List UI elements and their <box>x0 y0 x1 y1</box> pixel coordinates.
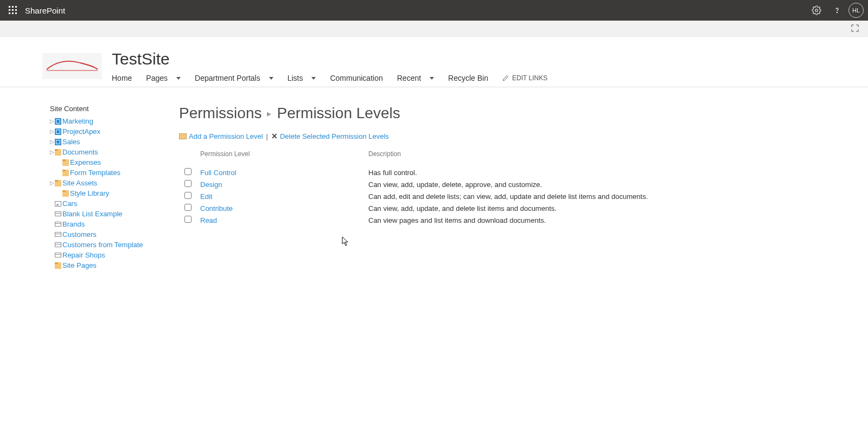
app-name[interactable]: SharePoint <box>25 6 65 15</box>
app-launcher-icon[interactable] <box>4 2 22 19</box>
list-icon <box>54 252 61 259</box>
permission-description: Can view, add, update, and delete list i… <box>364 202 722 214</box>
tree-item-link[interactable]: Customers from Template <box>62 240 143 250</box>
tree-item-link[interactable]: Brands <box>62 219 85 229</box>
settings-icon[interactable] <box>807 1 826 20</box>
nav-department-portals[interactable]: Department Portals <box>195 74 273 82</box>
library-icon <box>54 179 61 186</box>
breadcrumb-permissions[interactable]: Permissions <box>179 105 261 122</box>
permission-description: Can view, add, update, delete, approve, … <box>364 178 722 190</box>
expand-icon[interactable]: ▷ <box>50 137 54 147</box>
table-row: EditCan add, edit and delete lists; can … <box>179 190 722 202</box>
permission-levels-table: Permission Level Description Full Contro… <box>179 148 722 226</box>
permission-level-link[interactable]: Design <box>200 181 222 189</box>
tree-item: Repair Shops <box>50 250 168 260</box>
nav-pages[interactable]: Pages <box>146 74 181 82</box>
delete-icon: ✕ <box>271 132 278 140</box>
row-checkbox[interactable] <box>184 192 192 199</box>
delete-permission-levels-button[interactable]: ✕ Delete Selected Permission Levels <box>271 132 389 140</box>
nav-edit-links[interactable]: EDIT LINKS <box>502 74 547 82</box>
tree-item: Site Pages <box>50 260 168 270</box>
tree-title: Site Content <box>50 105 168 113</box>
col-header-description: Description <box>364 148 722 166</box>
svg-point-9 <box>815 9 818 12</box>
focus-content-icon[interactable] <box>851 24 859 35</box>
tree-item-link[interactable]: Documents <box>62 147 98 157</box>
table-row: DesignCan view, add, update, delete, app… <box>179 178 722 190</box>
quick-launch-tree: Site Content ▷Marketing▷ProjectApex▷Sale… <box>0 105 179 270</box>
help-icon[interactable] <box>828 1 846 20</box>
list-icon <box>54 221 61 228</box>
row-checkbox[interactable] <box>184 180 192 187</box>
tree-item: ▷Sales <box>50 137 168 147</box>
tree-item-link[interactable]: Cars <box>62 198 77 209</box>
permission-description: Can view pages and list items and downlo… <box>364 214 722 226</box>
subsite-icon <box>54 138 61 145</box>
tree-item: Blank List Example <box>50 209 168 219</box>
svg-rect-1 <box>12 6 14 8</box>
breadcrumb-current: Permission Levels <box>277 105 400 122</box>
row-checkbox[interactable] <box>184 216 192 223</box>
library-icon <box>62 169 69 176</box>
list-icon <box>54 231 61 238</box>
expand-icon[interactable]: ▷ <box>50 178 54 188</box>
tree-item: ▷ProjectApex <box>50 126 168 137</box>
svg-point-10 <box>837 12 837 12</box>
tree-item-link[interactable]: Marketing <box>62 116 93 126</box>
library-icon <box>62 159 69 166</box>
pencil-icon <box>502 75 509 81</box>
permission-level-link[interactable]: Full Control <box>200 169 236 177</box>
list-icon <box>54 210 61 217</box>
tree-item: Cars <box>50 198 168 209</box>
picture-library-icon <box>54 200 61 207</box>
permission-level-link[interactable]: Edit <box>200 192 212 201</box>
tree-item-link[interactable]: Sales <box>62 137 80 147</box>
main-content: Permissions ▸ Permission Levels Add a Pe… <box>179 105 868 270</box>
tree-item-link[interactable]: Form Templates <box>70 168 120 178</box>
permission-level-link[interactable]: Read <box>200 216 217 224</box>
add-permission-level-button[interactable]: Add a Permission Level <box>179 132 263 140</box>
tree-item: ▷Marketing <box>50 116 168 126</box>
library-icon <box>54 262 61 269</box>
table-row: ReadCan view pages and list items and do… <box>179 214 722 226</box>
nav-lists[interactable]: Lists <box>288 74 316 82</box>
row-checkbox[interactable] <box>184 168 192 175</box>
tree-item-link[interactable]: Blank List Example <box>62 209 123 219</box>
tree-item-link[interactable]: Style Library <box>70 188 109 198</box>
tree-item-link[interactable]: Site Assets <box>62 178 97 188</box>
permission-description: Has full control. <box>364 166 722 178</box>
tree-item-link[interactable]: Expenses <box>70 157 101 168</box>
table-row: Full ControlHas full control. <box>179 166 722 178</box>
expand-icon[interactable]: ▷ <box>50 126 54 137</box>
expand-icon[interactable]: ▷ <box>50 116 54 126</box>
svg-rect-4 <box>12 9 14 11</box>
tree-item: Brands <box>50 219 168 229</box>
svg-rect-7 <box>12 12 14 14</box>
page-breadcrumb: Permissions ▸ Permission Levels <box>179 105 846 122</box>
tree-item-link[interactable]: Site Pages <box>62 260 97 270</box>
site-top-nav: Home Pages Department Portals Lists Comm… <box>112 74 547 82</box>
site-title[interactable]: TestSite <box>112 50 547 68</box>
tree-item: ▷Site Assets <box>50 178 168 188</box>
permission-toolbar: Add a Permission Level | ✕ Delete Select… <box>179 132 846 140</box>
user-avatar[interactable]: HL <box>848 3 864 18</box>
nav-recycle-bin[interactable]: Recycle Bin <box>448 74 488 82</box>
expand-icon[interactable]: ▷ <box>50 147 54 157</box>
chevron-down-icon <box>311 77 316 80</box>
nav-recent[interactable]: Recent <box>397 74 434 82</box>
chevron-down-icon <box>176 77 181 80</box>
tree-item-link[interactable]: Customers <box>62 229 97 240</box>
nav-home[interactable]: Home <box>112 74 132 82</box>
tree-item: Form Templates <box>50 168 168 178</box>
nav-communication[interactable]: Communication <box>330 74 382 82</box>
tree-item-link[interactable]: ProjectApex <box>62 126 100 137</box>
tree-item-link[interactable]: Repair Shops <box>62 250 105 260</box>
list-icon <box>54 241 61 248</box>
subsite-icon <box>54 128 61 135</box>
svg-rect-2 <box>15 6 17 8</box>
row-checkbox[interactable] <box>184 204 192 211</box>
site-logo[interactable] <box>42 53 102 79</box>
table-row: ContributeCan view, add, update, and del… <box>179 202 722 214</box>
permission-level-link[interactable]: Contribute <box>200 204 233 212</box>
tree-item: Customers <box>50 229 168 240</box>
